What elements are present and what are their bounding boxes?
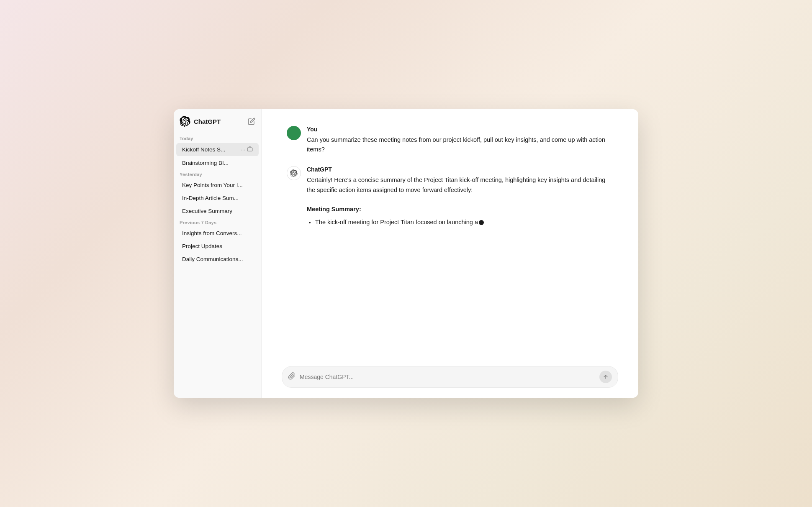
sidebar-yesterday-label: Yesterday: [174, 169, 261, 179]
chatgpt-avatar: [287, 166, 301, 180]
sidebar-app-title: ChatGPT: [194, 118, 221, 125]
user-avatar: [287, 126, 301, 140]
new-chat-icon[interactable]: [248, 118, 255, 125]
send-icon: [603, 374, 609, 380]
sidebar-item-keypoints[interactable]: Key Points from Your I...: [176, 179, 259, 191]
message-input[interactable]: [300, 374, 595, 380]
assistant-sender-label: ChatGPT: [307, 166, 613, 173]
main-content: You Can you summarize these meeting note…: [262, 109, 638, 398]
sidebar-item-brainstorming[interactable]: Brainstorming BI...: [176, 157, 259, 169]
sidebar-item-kickoff[interactable]: Kickoff Notes S... ···: [176, 143, 259, 156]
sidebar-item-insights-label: Insights from Convers...: [182, 230, 253, 236]
user-sender-label: You: [307, 126, 613, 133]
svg-rect-0: [247, 148, 252, 151]
ellipsis-icon[interactable]: ···: [241, 146, 245, 153]
user-message: You Can you summarize these meeting note…: [287, 126, 613, 154]
user-message-body: You Can you summarize these meeting note…: [307, 126, 613, 154]
chatgpt-logo-icon: [180, 116, 190, 127]
streaming-dot: [479, 220, 484, 225]
meeting-summary-heading: Meeting Summary:: [307, 206, 361, 213]
sidebar-today-label: Today: [174, 133, 261, 143]
sidebar-item-kickoff-actions: ···: [241, 146, 253, 153]
sidebar-header: ChatGPT: [174, 116, 261, 133]
send-button[interactable]: [599, 371, 612, 383]
sidebar-item-kickoff-label: Kickoff Notes S...: [182, 146, 239, 153]
sidebar-previous7-label: Previous 7 Days: [174, 218, 261, 227]
sidebar-item-indepth-label: In-Depth Article Sum...: [182, 195, 253, 201]
sidebar-item-keypoints-label: Key Points from Your I...: [182, 182, 253, 188]
chat-messages: You Can you summarize these meeting note…: [262, 109, 638, 361]
assistant-message-body: ChatGPT Certainly! Here's a concise summ…: [307, 166, 613, 229]
app-window: ChatGPT Today Kickoff Notes S... ··· Bra…: [174, 109, 638, 398]
chatgpt-avatar-icon: [290, 169, 298, 177]
sidebar-item-dailycomms[interactable]: Daily Communications...: [176, 253, 259, 265]
attach-icon[interactable]: [288, 372, 296, 382]
sidebar-item-indepth[interactable]: In-Depth Article Sum...: [176, 192, 259, 204]
message-input-box: [282, 366, 618, 388]
sidebar-item-projectupdates-label: Project Updates: [182, 243, 253, 249]
assistant-message: ChatGPT Certainly! Here's a concise summ…: [287, 166, 613, 229]
assistant-message-text: Certainly! Here's a concise summary of t…: [307, 175, 613, 227]
logo-area: ChatGPT: [180, 116, 221, 127]
input-area: [262, 361, 638, 398]
archive-icon[interactable]: [247, 146, 253, 153]
bullet-item-1: The kick-off meeting for Project Titan f…: [315, 218, 613, 227]
sidebar: ChatGPT Today Kickoff Notes S... ··· Bra…: [174, 109, 262, 398]
assistant-intro-text: Certainly! Here's a concise summary of t…: [307, 177, 605, 193]
sidebar-item-insights[interactable]: Insights from Convers...: [176, 227, 259, 239]
sidebar-item-executive-label: Executive Summary: [182, 208, 253, 214]
sidebar-item-dailycomms-label: Daily Communications...: [182, 256, 253, 262]
sidebar-item-executive[interactable]: Executive Summary: [176, 205, 259, 217]
user-message-text: Can you summarize these meeting notes fr…: [307, 135, 613, 154]
sidebar-item-brainstorming-label: Brainstorming BI...: [182, 160, 253, 166]
sidebar-item-projectupdates[interactable]: Project Updates: [176, 240, 259, 252]
